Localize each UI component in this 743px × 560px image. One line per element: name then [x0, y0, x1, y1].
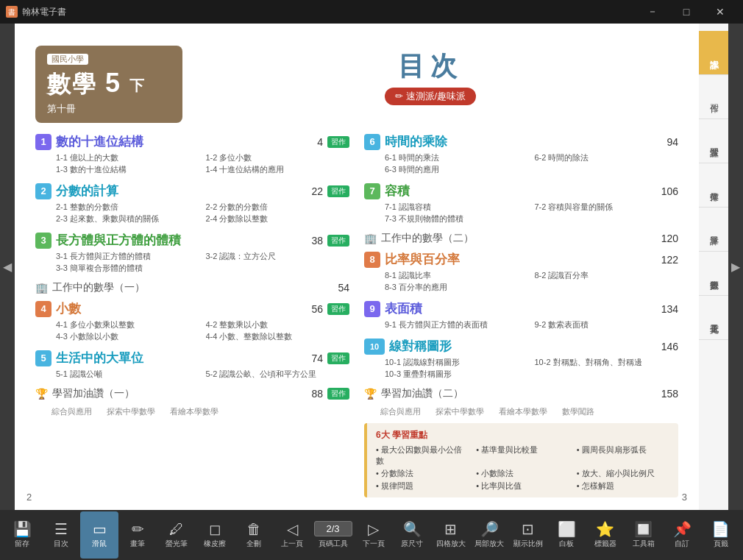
titlebar: 書 翰林電子書 － □ ✕: [0, 0, 743, 24]
book-main-title: 數學 5 下: [47, 68, 171, 101]
sidebar-item-class-practice[interactable]: 課堂習習: [699, 119, 728, 163]
tool-prev-page[interactable]: ◁ 上一頁: [273, 511, 311, 559]
highlighter-icon: 🖊: [169, 522, 184, 536]
chapter-3: 3 長方體與正方體的體積 38 習作 3-1 長方體與正方體的體積 3-2 認識…: [35, 232, 349, 274]
work-icon-1: 🏢: [35, 282, 48, 294]
learning-2-name: 學習加油讚（二）: [381, 387, 661, 400]
cursor-icon: ▭: [93, 522, 107, 536]
close-button[interactable]: ✕: [703, 0, 737, 24]
nav-prev-page[interactable]: ◀: [0, 24, 15, 510]
toc-badge[interactable]: 速測派/趣味派: [385, 88, 476, 105]
sidebar-item-homework[interactable]: 習作: [699, 75, 728, 119]
window-controls: － □ ✕: [636, 0, 737, 24]
tool-save[interactable]: 💾 留存: [3, 511, 41, 559]
chapter-1: 1 數的十進位結構 4 習作 1-1 億以上的大數 1-2 多位小數 1-3 數…: [35, 133, 349, 175]
work-math-1-page: 54: [338, 282, 349, 294]
work-math-2-name: 工作中的數學（二）: [381, 232, 661, 245]
chapter-1-name: 數的十進位結構: [56, 133, 313, 150]
chapter-8-title[interactable]: 8 比率與百分率 122: [364, 251, 678, 268]
chapter-3-title[interactable]: 3 長方體與正方體的體積 38 習作: [35, 232, 349, 249]
chapter-6: 6 時間的乘除 94 6-1 時間的乘法 6-2 時間的除法 6-3 時間的應用: [364, 133, 678, 175]
sidebar-item-digital-tools[interactable]: 電子化工具: [699, 296, 728, 340]
nav-next-page[interactable]: ▶: [728, 24, 743, 510]
save-icon: 💾: [13, 522, 32, 536]
chapter-4-title[interactable]: 4 小數 56 習作: [35, 300, 349, 317]
chapter-10-title[interactable]: 10 線對稱圖形 146: [364, 338, 678, 355]
4grid-icon: ⊞: [444, 522, 457, 536]
tab-icon: 📄: [711, 522, 730, 536]
toc-columns: 1 數的十進位結構 4 習作 1-1 億以上的大數 1-2 多位小數 1-3 數…: [35, 133, 678, 497]
chapter-10-num: 10: [364, 339, 385, 355]
app-title: 翰林電子書: [22, 6, 636, 18]
eraser-label: 橡皮擦: [204, 539, 226, 549]
tool-toolbox[interactable]: 🔲 工具箱: [625, 511, 663, 559]
chapter-10-subs: 10-1 認識線對稱圖形 10-2 對稱點、對稱角、對稱邊 10-3 重疊對稱圖…: [385, 357, 678, 380]
display-ratio-icon: ⊡: [522, 522, 534, 536]
chapter-2-subs: 2-1 整數的分數倍 2-2 分數的分數倍 2-3 起來數、乘數與積的關係 2-…: [56, 202, 349, 224]
chapter-9-subs: 9-1 長方體與正方體的表面積 9-2 數索表面積: [385, 319, 678, 330]
chapter-8-num: 8: [364, 252, 380, 268]
sidebar-item-assignment[interactable]: 作業簿: [699, 163, 728, 208]
chapter-10-page: 146: [661, 341, 678, 352]
tool-highlighter[interactable]: 🖊 螢光筆: [157, 511, 196, 559]
toolbox-icon: 🔲: [634, 522, 653, 536]
chapter-2-badge: 習作: [327, 185, 349, 197]
special-learning-2: 🏆 學習加油讚（二） 158: [364, 387, 678, 400]
chapter-10: 10 線對稱圖形 146 10-1 認識線對稱圖形 10-2 對稱點、對稱角、對…: [364, 338, 678, 380]
chapter-4: 4 小數 56 習作 4-1 多位小數乘以整數 4-2 整數乘以小數 4-3 小…: [35, 300, 349, 342]
chapter-9: 9 表面積 134 9-1 長方體與正方體的表面積 9-2 數索表面積: [364, 300, 678, 330]
chapter-10-name: 線對稱圖形: [389, 338, 657, 355]
chapter-2: 2 分數的計算 22 習作 2-1 整數的分數倍 2-2 分數的分數倍 2-3 …: [35, 182, 349, 224]
chapter-3-name: 長方體與正方體的體積: [56, 232, 307, 249]
special-work-math-2: 🏢 工作中的數學（二） 120: [364, 232, 678, 245]
chapter-6-num: 6: [364, 134, 380, 150]
tool-cursor[interactable]: ▭ 滑鼠: [80, 511, 118, 559]
toc-right-col: 6 時間的乘除 94 6-1 時間的乘法 6-2 時間的除法 6-3 時間的應用: [364, 133, 678, 497]
pen-icon: ✏: [132, 522, 144, 536]
tool-toc[interactable]: ☰ 目次: [41, 511, 79, 559]
sidebar-item-math-resources[interactable]: 數學資源: [699, 252, 728, 296]
sidebar-item-assessment[interactable]: 評量單: [699, 208, 728, 252]
learning-points-box: 6大 學習重點 • 最大公因數與最小公倍數 • 基準量與比較量 • 圓周長與扇形…: [364, 423, 678, 497]
page-input[interactable]: [314, 521, 352, 536]
chapter-4-name: 小數: [56, 300, 307, 317]
tool-local-zoom[interactable]: 🔎 局部放大: [470, 511, 508, 559]
page-num-right: 3: [682, 492, 687, 503]
tool-sticker[interactable]: ⭐ 標籤器: [586, 511, 624, 559]
learning-points-title: 6大 學習重點: [376, 429, 669, 442]
maximize-button[interactable]: □: [669, 0, 703, 24]
tool-whiteboard[interactable]: ⬜ 白板: [547, 511, 586, 559]
chapter-4-subs: 4-1 多位小數乘以整數 4-2 整數乘以小數 4-3 小數除以小數 4-4 小…: [56, 319, 349, 342]
tool-tab[interactable]: 📄 頁籤: [702, 511, 740, 559]
tool-clear[interactable]: 🗑 全刪: [235, 511, 273, 559]
tool-eraser[interactable]: ◻ 橡皮擦: [196, 511, 234, 559]
page-input-label: 頁碼工具: [319, 539, 348, 549]
tool-next-page[interactable]: ▷ 下一頁: [355, 511, 393, 559]
tool-original-size[interactable]: 🔍 原尺寸: [393, 511, 431, 559]
right-sidebar: 課本 習作 課堂習習 作業簿 評量單 數學資源 電子化工具: [699, 24, 728, 510]
eraser-icon: ◻: [209, 522, 221, 536]
tool-custom[interactable]: 📌 自訂: [663, 511, 701, 559]
tool-display-ratio[interactable]: ⊡ 顯示比例: [508, 511, 547, 559]
chapter-1-subs: 1-1 億以上的大數 1-2 多位小數 1-3 數的十進位結構 1-4 十進位結…: [56, 152, 349, 175]
whiteboard-label: 白板: [559, 539, 574, 549]
minimize-button[interactable]: －: [636, 0, 669, 24]
whiteboard-icon: ⬜: [558, 522, 576, 536]
sidebar-item-textbook[interactable]: 課本: [699, 31, 728, 75]
chapter-6-title[interactable]: 6 時間的乘除 94: [364, 133, 678, 150]
chapter-8-page: 122: [661, 254, 678, 266]
chapter-5-page: 74: [311, 352, 323, 364]
chapter-2-title[interactable]: 2 分數的計算 22 習作: [35, 182, 349, 199]
tool-pen[interactable]: ✏ 畫筆: [118, 511, 157, 559]
chapter-5-title[interactable]: 5 生活中的大單位 74 習作: [35, 350, 349, 366]
chapter-4-num: 4: [35, 301, 51, 317]
chapter-7: 7 容積 106 7-1 認識容積 7-2 容積與容量的關係 7-3 不規則物體…: [364, 182, 678, 224]
chapter-9-title[interactable]: 9 表面積 134: [364, 300, 678, 317]
chapter-7-title[interactable]: 7 容積 106: [364, 182, 678, 199]
chapter-1-badge: 習作: [327, 136, 349, 148]
chapter-9-num: 9: [364, 301, 380, 317]
chapter-1-title[interactable]: 1 數的十進位結構 4 習作: [35, 133, 349, 150]
app-icon: 書: [6, 6, 18, 18]
tool-4grid-zoom[interactable]: ⊞ 四格放大: [432, 511, 470, 559]
chapter-5-name: 生活中的大單位: [56, 350, 307, 366]
